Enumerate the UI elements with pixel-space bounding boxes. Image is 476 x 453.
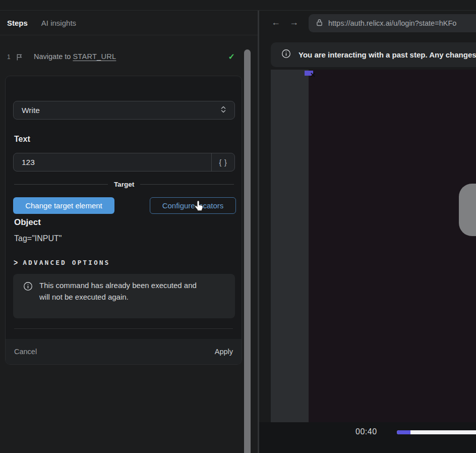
text-input[interactable]	[14, 153, 211, 171]
panel-tab-bar: Steps AI insights	[0, 11, 258, 35]
variables-braces-button[interactable]: { }	[211, 153, 234, 171]
playback-progress-bar[interactable]	[397, 430, 476, 434]
chevron-updown-icon	[220, 105, 226, 116]
step-editor-card: Write Text { } Target Change target elem…	[5, 76, 242, 365]
step-index: 1	[7, 53, 11, 61]
past-step-banner-text: You are interacting with a past step. An…	[299, 50, 476, 59]
command-select-value: Write	[22, 106, 220, 115]
step-action-label: Navigate to	[34, 52, 71, 61]
advanced-options-toggle[interactable]: > ADVANCED OPTIONS	[14, 258, 110, 266]
step-description: Navigate to START_URL	[34, 52, 116, 61]
command-select[interactable]: Write	[13, 101, 235, 120]
info-icon	[23, 281, 33, 293]
executed-info-message: This command has already been executed a…	[39, 279, 207, 303]
change-target-element-button[interactable]: Change target element	[13, 197, 114, 214]
player-progress-fill	[397, 430, 410, 434]
address-bar[interactable]: https://auth.relicx.ai/u/login?state=hKF…	[309, 14, 476, 32]
lock-icon	[316, 19, 323, 28]
playback-time: 00:40	[355, 427, 377, 436]
screenshot-sidebar	[271, 70, 309, 422]
tab-steps[interactable]: Steps	[7, 19, 28, 27]
target-section-divider: Target	[14, 180, 234, 189]
step-row[interactable]: 1 Navigate to START_URL ✓	[0, 50, 258, 65]
cursor-mark-icon: ✕	[310, 71, 316, 79]
past-step-banner: You are interacting with a past step. An…	[271, 42, 476, 67]
back-button[interactable]: ←	[271, 17, 280, 28]
steps-panel: Steps AI insights 1 Navigate to START_UR…	[0, 11, 258, 453]
footer-divider	[14, 328, 233, 329]
step-target-link[interactable]: START_URL	[73, 52, 116, 61]
floating-scroll-handle[interactable]	[459, 184, 476, 236]
step-success-check-icon: ✓	[228, 52, 235, 62]
panel-scrollbar[interactable]	[244, 49, 251, 453]
info-icon	[281, 49, 291, 61]
executed-info-box: This command has already been executed a…	[13, 274, 235, 318]
object-label: Object	[14, 217, 41, 228]
advanced-options-label: ADVANCED OPTIONS	[23, 259, 110, 266]
divider-line	[140, 184, 234, 185]
text-field-label: Text	[14, 135, 30, 144]
chevron-right-icon: >	[14, 258, 18, 267]
playback-bar: 00:40	[259, 422, 476, 453]
app-screenshot: ✕	[271, 70, 476, 422]
hand-cursor-icon	[193, 200, 205, 214]
tab-ai-insights[interactable]: AI insights	[41, 19, 76, 27]
browser-nav-bar: ← → https://auth.relicx.ai/u/login?state…	[259, 11, 476, 35]
editor-footer: Cancel Apply	[6, 339, 242, 364]
text-input-wrap: { }	[13, 153, 235, 172]
flag-icon	[16, 53, 23, 63]
cancel-button[interactable]: Cancel	[14, 348, 37, 356]
object-value: Tag="INPUT"	[14, 234, 62, 243]
apply-button[interactable]: Apply	[215, 348, 233, 356]
window-top-strip	[0, 0, 476, 11]
divider-line	[14, 184, 108, 185]
forward-button[interactable]: →	[289, 17, 299, 28]
panel-divider	[258, 0, 259, 453]
browser-panel: ← → https://auth.relicx.ai/u/login?state…	[259, 11, 476, 453]
target-divider-label: Target	[114, 181, 134, 188]
url-text: https://auth.relicx.ai/u/login?state=hKF…	[328, 19, 456, 27]
